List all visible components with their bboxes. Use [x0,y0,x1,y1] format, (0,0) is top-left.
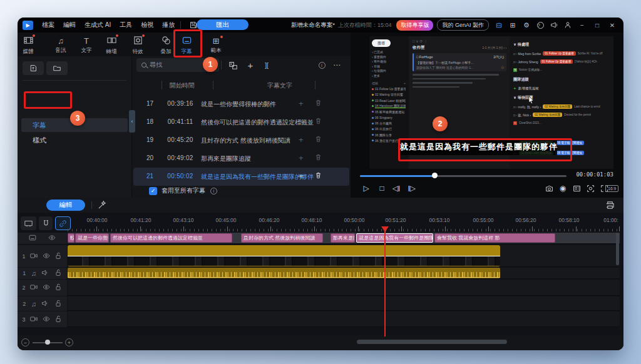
track-lock-icon[interactable] [54,300,62,308]
row-delete-icon[interactable] [315,172,322,180]
minimize-button[interactable]: − [577,20,587,30]
subtitle-row[interactable]: 1800:41:11然後你可以把這邊的郵件透過設定標籤並+ [133,113,349,131]
timeline-subtitle-clip[interactable]: 會幫我收 我就會放到這裡 那 [434,233,555,243]
play-button[interactable]: ▷ [361,183,372,193]
track-lock-icon[interactable] [54,315,62,324]
subtitle-row[interactable]: 1900:45:20且封存的方式 然後放到稍後閱讀+ [133,131,349,149]
subtitle-row[interactable]: 1700:39:16就是一些你覺得很棒的郵件+ [133,95,349,113]
batch-translate-icon[interactable] [227,59,238,71]
track-visibility-icon[interactable] [48,234,56,243]
row-add-icon[interactable]: + [299,99,304,108]
export-button[interactable]: 匯出 [197,19,249,30]
track-lock-icon[interactable] [54,283,62,292]
track-visibility-icon[interactable] [43,315,50,324]
edit-tab[interactable]: 編輯 [46,200,85,211]
stop-button[interactable]: □ [376,183,387,193]
settings-gear-icon[interactable]: ⚙ [521,20,531,30]
tool-template[interactable]: ⊞範本 [205,35,227,54]
subtitle-row[interactable]: 2000:49:02那再來是團隊追蹤+ [133,149,349,168]
track-lane-audio2[interactable] [68,296,620,311]
get-premium-button[interactable]: 取得專享版 [396,20,433,31]
menu-檢視[interactable]: 檢視 [141,21,153,29]
preview-progress-handle[interactable] [432,173,438,178]
timeline-horizontal-scrollbar[interactable] [357,340,507,344]
timeline-subtitle-clip[interactable]: 那再來是團隊追蹤 [331,233,355,243]
label-color-dot [372,94,374,96]
track-lock-icon[interactable] [54,269,62,278]
label-color-dot [372,134,374,136]
tool-audio[interactable]: ♫音訊 [50,35,71,54]
tool-media[interactable]: 媒體 [18,35,39,56]
track-lane-video1[interactable] [68,245,620,267]
ai-copilot-icon[interactable] [494,20,504,30]
account-icon[interactable] [563,20,573,30]
annotation-box-style-tab [24,91,72,109]
track-visibility-icon[interactable] [43,252,50,261]
timeline-video-clip[interactable] [68,245,500,266]
menu-工具[interactable]: 工具 [120,21,132,29]
snap-magnet-button[interactable] [39,216,53,230]
row-delete-icon[interactable] [315,99,322,108]
tool-text[interactable]: T文字 [76,35,97,54]
close-button[interactable]: ✕ [607,20,617,30]
preview-folder: › 更多 [372,74,406,79]
menu-播放[interactable]: 播放 [162,21,175,29]
row-add-icon[interactable]: + [299,171,304,181]
more-options-icon[interactable]: ⋯ [331,59,342,71]
folder-button[interactable] [46,61,68,75]
subtitle-row[interactable]: 2100:50:02就是這是因為我有一些郵件是團隊的夥伴+ [133,168,349,186]
manage-tracks-button[interactable] [21,216,36,230]
timeline-subtitle-clip[interactable]: 就是一些你覺得很棒 [75,233,109,243]
row-delete-icon[interactable] [315,154,322,162]
zoom-slider-handle[interactable] [45,340,50,345]
add-subtitle-icon[interactable]: + [245,59,256,71]
track-lane-video2[interactable] [68,280,620,296]
timeline-subtitle-clip[interactable]: 然後你可以把這邊的郵件透過設定標籤並 [110,233,232,243]
my-genai-button[interactable]: 我的 GenAI 製作 [437,19,489,31]
timeline-render-icon[interactable] [605,200,615,212]
track-lock-icon[interactable] [54,252,62,261]
help-icon[interactable]: ? [535,20,545,30]
mail-sender: □ ◦ Meg from Scribe [513,52,541,56]
mark-list-icon[interactable] [571,183,582,193]
split-subtitle-icon[interactable]: ][ [261,59,272,71]
row-delete-icon[interactable] [315,136,322,144]
timeline-subtitle-clip[interactable]: 較沒有 [68,233,74,243]
timeline-subtitle-clip[interactable]: 就是這是因為我有一些郵件是團隊 [356,233,433,243]
snapshot-icon[interactable] [543,183,555,193]
announcement-icon[interactable] [549,20,559,30]
info-icon[interactable]: i [316,59,327,71]
next-frame-button[interactable]: |▷ [406,183,418,193]
maximize-button[interactable]: □ [592,20,602,30]
import-subtitle-button[interactable] [23,61,44,75]
timeline-subtitle-clip[interactable]: 且封存的方式 然後放到稍後閱讀 [241,233,323,243]
row-add-icon[interactable]: + [299,153,304,163]
quick-tools-icon[interactable] [98,200,107,212]
track-lane-audio1[interactable] [68,268,620,279]
track-mute-icon[interactable] [41,300,49,308]
menu-編輯[interactable]: 編輯 [63,21,76,29]
row-add-icon[interactable]: + [299,135,304,144]
timeline-vertical-scrollbar[interactable] [616,233,619,265]
preview-section-title: 團隊追蹤 [513,77,611,83]
track-lane-video3[interactable] [68,311,620,327]
preview-quality-icon[interactable] [585,183,596,193]
menu-檔案[interactable]: 檔案 [42,21,54,29]
zoom-out-icon[interactable]: − [21,338,29,346]
row-add-icon[interactable]: + [299,117,304,126]
timeline-audio-clip[interactable] [68,268,500,278]
track-lane-subtitle[interactable]: 較沒有就是一些你覺得很棒然後你可以把這邊的郵件透過設定標籤並且封存的方式 然後放… [68,233,620,244]
zoom-in-icon[interactable]: + [65,338,73,346]
layout-icon[interactable]: ⊞ [508,20,518,30]
track-mute-icon[interactable] [41,269,49,278]
render-preview-icon[interactable]: ◉ [557,183,568,193]
row-delete-icon[interactable] [315,118,322,126]
previous-frame-button[interactable]: ◁| [391,183,402,193]
track-visibility-icon[interactable] [43,283,50,292]
tool-transition[interactable]: 轉場 [101,35,122,56]
apply-all-checkbox[interactable]: ✓ [149,187,157,195]
tool-effects[interactable]: 特效 [127,35,148,56]
menu-生成式 AI[interactable]: 生成式 AI [85,21,111,29]
aspect-ratio-button[interactable]: 16:9 [605,185,618,192]
sidebar-item-style[interactable]: 樣式 [21,133,128,147]
